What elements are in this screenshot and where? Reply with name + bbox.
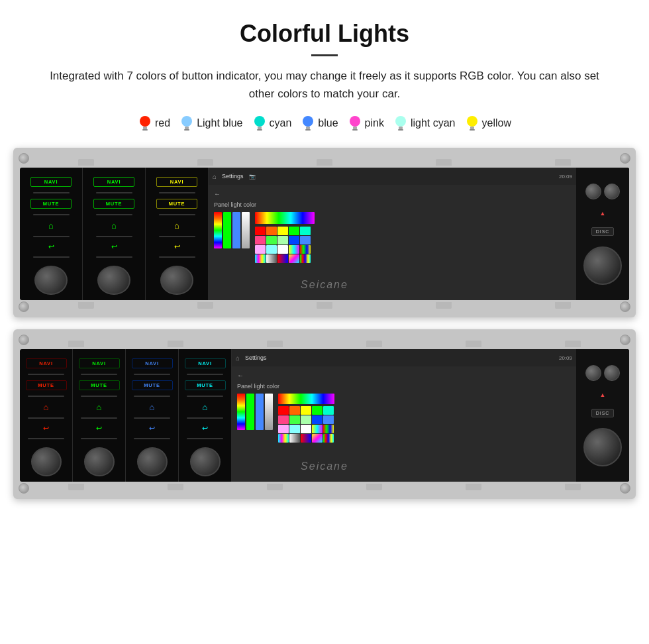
bl-5 <box>81 374 117 375</box>
bracket-2 <box>197 159 213 166</box>
color-item-red: red <box>138 115 170 132</box>
mute-bot-2[interactable]: MUTE <box>79 380 120 390</box>
knob-1[interactable] <box>34 266 68 295</box>
svg-rect-13 <box>353 127 357 129</box>
color-grid-section-bot <box>278 394 334 443</box>
knob-bot-4[interactable] <box>190 447 221 476</box>
big-knob-bot[interactable] <box>583 428 622 466</box>
eject-icon-top[interactable]: ▲ <box>600 210 606 217</box>
bgc-12 <box>289 425 300 433</box>
svg-rect-1 <box>143 127 147 129</box>
knob-bot-3[interactable] <box>137 447 168 476</box>
bgc-14 <box>312 425 323 433</box>
bl-4 <box>28 438 64 439</box>
svg-rect-19 <box>470 127 474 129</box>
bgc-15 <box>323 425 334 433</box>
bottom-right-side: ▲ DISC <box>576 349 629 482</box>
panel-col-1: NAVI MUTE ⌂ ↩ <box>20 168 83 300</box>
mute-btn-3[interactable]: MUTE <box>156 199 197 209</box>
svg-rect-4 <box>185 127 189 129</box>
disc-btn-bot[interactable]: DISC <box>591 409 615 417</box>
knob-2[interactable] <box>97 266 130 295</box>
svg-rect-5 <box>184 129 189 131</box>
navi-bot-2[interactable]: NAVI <box>79 358 120 368</box>
navi-bot-4[interactable]: NAVI <box>185 358 226 368</box>
bgc-9 <box>312 415 323 424</box>
strip-blue <box>232 212 240 248</box>
cyan-bulb-icon <box>252 115 267 132</box>
navi-bot-1[interactable]: NAVI <box>26 358 67 368</box>
panel-col-bot-3: NAVI MUTE ⌂ ↩ <box>126 349 179 482</box>
mute-bot-1[interactable]: MUTE <box>26 380 67 390</box>
color-item-pink: pink <box>348 115 384 132</box>
mini-dial-bot-2[interactable] <box>604 365 620 381</box>
svg-rect-16 <box>399 127 403 129</box>
navi-btn-3[interactable]: NAVI <box>156 177 197 187</box>
pink-bulb-icon <box>348 115 362 132</box>
mini-dial-bot-1[interactable] <box>585 365 601 381</box>
bstrip-red <box>237 394 245 430</box>
cyan-label: cyan <box>270 117 292 129</box>
blue-bulb-icon <box>301 115 315 132</box>
bl-14 <box>187 396 223 397</box>
description: Integrated with 7 colors of button indic… <box>40 67 609 103</box>
gc-8 <box>277 236 288 244</box>
line-2 <box>33 214 70 215</box>
panel-col-2: NAVI MUTE ⌂ ↩ <box>83 168 146 300</box>
bracket-3 <box>317 159 332 166</box>
gc-4 <box>289 227 299 235</box>
light-blue-bulb-icon <box>179 115 194 132</box>
knob-3[interactable] <box>160 266 193 295</box>
line-4 <box>33 256 70 258</box>
back-bot-1: ↩ <box>43 424 49 433</box>
tb4 <box>366 341 382 347</box>
top-right-side: ▲ DISC <box>576 168 629 300</box>
panel-color-label-bot: Panel light color <box>237 383 571 390</box>
bl-11 <box>134 417 170 419</box>
svg-point-15 <box>395 116 406 127</box>
knob-bot-1[interactable] <box>31 447 62 476</box>
gc-11 <box>255 245 266 254</box>
gc-5 <box>300 227 311 235</box>
mute-btn-2[interactable]: MUTE <box>93 199 134 209</box>
navi-btn-1[interactable]: NAVI <box>30 177 72 187</box>
gc-17 <box>266 254 277 263</box>
gc-12 <box>266 245 277 254</box>
tb5 <box>466 341 481 347</box>
line-8 <box>96 256 132 258</box>
line-11 <box>159 236 195 237</box>
tb3 <box>267 341 283 347</box>
line-1 <box>33 192 70 193</box>
bl-7 <box>81 417 117 419</box>
disc-btn-top[interactable]: DISC <box>591 227 615 236</box>
bottom-device-frame: NAVI MUTE ⌂ ↩ NAVI MUTE ⌂ ↩ <box>13 329 636 499</box>
big-knob-top[interactable] <box>583 246 622 285</box>
mini-dial-2[interactable] <box>604 184 620 199</box>
bgc-10 <box>323 415 334 424</box>
mute-btn-1[interactable]: MUTE <box>30 199 72 209</box>
back-bot-3: ↩ <box>149 424 155 433</box>
svg-rect-7 <box>258 127 262 129</box>
eject-icon-bot[interactable]: ▲ <box>600 392 606 398</box>
mute-bot-3[interactable]: MUTE <box>132 380 173 390</box>
knob-bot-2[interactable] <box>84 447 115 476</box>
back-bot-4: ↩ <box>202 424 208 433</box>
gc-1 <box>255 227 266 235</box>
navi-btn-2[interactable]: NAVI <box>93 177 134 187</box>
navi-bot-3[interactable]: NAVI <box>132 358 173 368</box>
color-row: red Light blue cyan blue <box>13 115 636 132</box>
mini-dials-bot <box>585 365 620 381</box>
header-section: Colorful Lights Integrated with 7 colors… <box>13 20 636 103</box>
back-icon-3: ↩ <box>174 242 180 251</box>
bgc-6 <box>278 415 289 424</box>
panel-color-label-top: Panel light color <box>214 201 571 208</box>
bbb6 <box>565 484 581 490</box>
mini-dial-1[interactable] <box>585 184 601 199</box>
gc-20 <box>300 254 311 263</box>
top-screen-col: ⌂ Settings 📷 20:09 ← Panel light color <box>209 168 576 300</box>
panel-col-bot-1: NAVI MUTE ⌂ ↩ <box>20 349 73 482</box>
line-12 <box>159 256 195 258</box>
bgc-11 <box>278 425 289 433</box>
light-cyan-label: light cyan <box>411 117 456 129</box>
mute-bot-4[interactable]: MUTE <box>185 380 226 390</box>
